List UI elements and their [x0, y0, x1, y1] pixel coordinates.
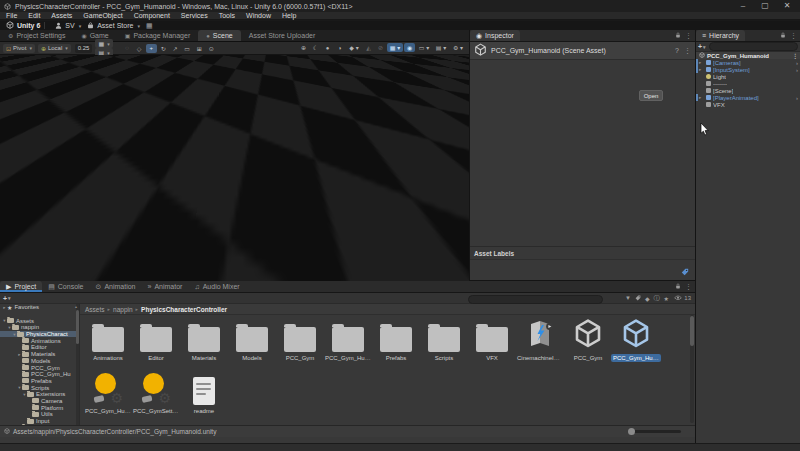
tab-inspector[interactable]: ◉ Inspector — [470, 30, 520, 41]
content-scrollbar[interactable] — [690, 315, 694, 423]
menu-edit[interactable]: Edit — [28, 12, 40, 19]
tree-item-physicscharact[interactable]: ▾PhysicsCharact — [0, 331, 79, 338]
tab-console[interactable]: ▤Console — [42, 281, 89, 292]
scene-object-green-platform[interactable] — [122, 55, 178, 60]
tab-package-manager[interactable]: ▣Package Manager — [117, 30, 199, 41]
tab-animation[interactable]: ⊙Animation — [90, 281, 142, 292]
open-button[interactable]: Open — [639, 90, 663, 101]
hierarchy-item-vfx[interactable]: VFX — [696, 101, 800, 108]
overlay-add-icon[interactable]: ⊕ — [96, 267, 106, 276]
tab-asset-store-uploader[interactable]: Asset Store Uploader — [241, 30, 324, 41]
menu-file[interactable]: File — [6, 12, 17, 19]
rotate-tool-icon[interactable]: ↻ — [158, 44, 169, 53]
close-button[interactable]: ✕ — [776, 0, 798, 12]
window-grid-button[interactable]: ▦ — [146, 22, 153, 30]
breadcrumb[interactable]: Assets▸nappin▸PhysicsCharacterController — [80, 304, 695, 315]
prefab-open-arrow-icon[interactable]: › — [796, 60, 798, 66]
tree-item-assets[interactable]: ▾Assets — [0, 317, 79, 324]
2d-toggle-icon[interactable]: ◭ — [363, 43, 374, 52]
asset-pcc-gym[interactable]: PCC_Gym — [564, 316, 612, 369]
tab-animator[interactable]: »Animator — [142, 281, 189, 292]
asset-models[interactable]: Models — [228, 316, 276, 369]
kebab-menu-icon[interactable]: ⋮ — [790, 32, 797, 40]
camera-settings-dropdown[interactable]: ◆ ▾ — [346, 43, 362, 52]
transform-tool-icon[interactable]: ⊞ — [194, 44, 205, 53]
asset-vfx[interactable]: VFX — [468, 316, 516, 369]
tree-item-pcc-gym-hu[interactable]: PCC_Gym_Hu — [0, 371, 79, 378]
gizmos-dropdown[interactable]: ⚙ ▾ — [450, 43, 466, 52]
scene-viewport[interactable]: < Persp ⋮+↻↗▭⊞▦◎⊕ — [0, 55, 469, 281]
tree-item-platform[interactable]: Platform — [0, 404, 79, 411]
menu-services[interactable]: Services — [181, 12, 208, 19]
grid-visibility-icon[interactable]: ⊕ — [298, 43, 309, 52]
menu-help[interactable]: Help — [282, 12, 296, 19]
component-dropdown[interactable]: ▭ ▾ — [416, 43, 432, 52]
grid-snapping-dropdown[interactable]: ▦ ▾ — [387, 43, 403, 52]
minimize-button[interactable]: – — [732, 0, 754, 12]
activity-progress-icon[interactable] — [775, 445, 782, 451]
scale-tool-icon[interactable]: ↗ — [170, 44, 181, 53]
lock-icon[interactable] — [675, 283, 681, 290]
grid-snap-dropdown[interactable]: ▦▾ — [95, 39, 112, 48]
lock-icon[interactable] — [780, 32, 786, 39]
skybox-toggle-icon[interactable]: ● — [322, 43, 333, 52]
pivot-dropdown[interactable]: ⊡ Pivot ▾ — [3, 44, 35, 53]
scene-orientation-gizmo[interactable] — [423, 57, 459, 91]
tree-scrollbar[interactable]: ▴ — [76, 304, 79, 425]
tab-hierarchy[interactable]: ≡ Hierarchy — [696, 30, 745, 41]
search-by-label-icon[interactable] — [635, 295, 641, 302]
asset-prefabs[interactable]: Prefabs — [372, 316, 420, 369]
tree-item-materials[interactable]: ▸Materials — [0, 351, 79, 358]
hidden-packages-counter[interactable]: 13 — [674, 293, 691, 303]
hierarchy-item-light[interactable]: Light — [696, 73, 800, 80]
asset-cinemachineinput[interactable]: CinemachineInput... — [516, 316, 564, 369]
asset-pcc-gym-human[interactable]: ⚙PCC_Gym_Human... — [84, 369, 132, 422]
expand-arrow-icon[interactable]: ▸ — [699, 95, 701, 100]
tree-item-pcc-gym[interactable]: PCC_Gym — [0, 364, 79, 371]
hierarchy-item-scene[interactable]: [Scene] — [696, 87, 800, 94]
asset-pcc-gym-human[interactable]: PCC_Gym_Human... — [612, 316, 660, 369]
expand-arrow-icon[interactable]: ▸ — [699, 60, 701, 65]
tree-item-input[interactable]: Input — [0, 418, 79, 425]
asset-materials[interactable]: Materials — [180, 316, 228, 369]
hierarchy-scene-pcc-gym-humanoid[interactable]: PCC_Gym_Humanoid⋮ — [696, 52, 800, 59]
asset-scripts[interactable]: Scripts — [420, 316, 468, 369]
breadcrumb-physicscharactercontroller[interactable]: PhysicsCharacterController — [141, 306, 227, 313]
overlay-snap-icon[interactable]: ▦ — [74, 267, 84, 276]
perspective-label[interactable]: < Persp — [436, 87, 457, 93]
overlay-rect-icon[interactable]: ▭ — [52, 267, 62, 276]
menu-assets[interactable]: Assets — [51, 12, 72, 19]
scene-object-red-capsule[interactable] — [236, 55, 247, 59]
menu-tools[interactable]: Tools — [219, 12, 235, 19]
move-tool-icon[interactable]: + — [146, 44, 157, 53]
tree-item-scripts[interactable]: ▾Scripts — [0, 384, 79, 391]
view-hand-tool-icon[interactable]: ◇ — [134, 44, 145, 53]
label-tag-icon[interactable] — [681, 262, 689, 280]
project-search-input[interactable] — [468, 295, 603, 304]
overlay-transform-icon[interactable]: ⊞ — [63, 267, 73, 276]
tab-project[interactable]: ▶Project — [0, 281, 42, 292]
unity-version-badge[interactable]: Unity 6 — [6, 21, 40, 30]
asset-pcc-gymsettings[interactable]: ⚙PCC_GymSettings — [132, 369, 180, 422]
scene-visibility-icon[interactable]: ◉ — [404, 43, 415, 52]
hierarchy-item-item[interactable]: ------- — [696, 80, 800, 87]
menu-gameobject[interactable]: GameObject — [83, 12, 122, 19]
tree-item-editor[interactable]: Editor — [0, 344, 79, 351]
hierarchy-item-cameras[interactable]: ▸[Cameras]› — [696, 59, 800, 66]
create-object-dropdown[interactable]: + ▾ — [698, 43, 706, 50]
ghost-tool-icon[interactable]: ◌ — [122, 44, 133, 53]
save-search-star-icon[interactable]: ★ — [664, 295, 669, 302]
tree-item-animations[interactable]: Animations — [0, 337, 79, 344]
tree-item-prefabs[interactable]: Prefabs — [0, 378, 79, 385]
tree-item-utils[interactable]: Utils — [0, 411, 79, 418]
thumbnail-zoom-slider[interactable] — [629, 430, 681, 433]
help-icon[interactable]: ? — [675, 47, 679, 55]
tab-project-settings[interactable]: ⚙Project Settings — [0, 30, 73, 41]
isolation-toggle-icon[interactable]: ⊘ — [375, 43, 386, 52]
tab-scene[interactable]: ●Scene — [198, 30, 240, 41]
lighting-toggle-icon[interactable]: ☾ — [310, 43, 321, 52]
grid-increment-field[interactable]: 0.25 — [75, 44, 93, 53]
tree-item-favorites[interactable]: ▸★Favorites — [0, 304, 79, 311]
overlay-rotate-icon[interactable]: ↻ — [30, 267, 40, 276]
fx-toggle-icon[interactable]: ◑ — [334, 43, 345, 52]
